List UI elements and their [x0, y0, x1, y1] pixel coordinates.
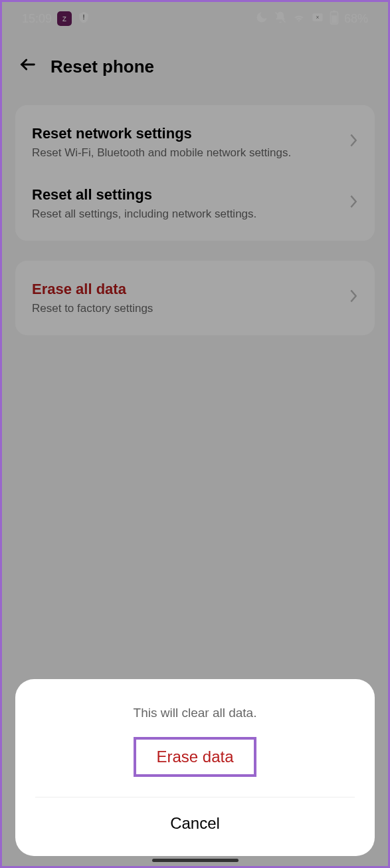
- dialog-message: This will clear all data.: [29, 706, 361, 720]
- cancel-button[interactable]: Cancel: [29, 814, 361, 833]
- erase-data-button[interactable]: Erase data: [134, 737, 256, 777]
- divider: [35, 797, 355, 797]
- confirmation-dialog: This will clear all data. Erase data Can…: [15, 679, 375, 856]
- home-indicator[interactable]: [152, 859, 239, 862]
